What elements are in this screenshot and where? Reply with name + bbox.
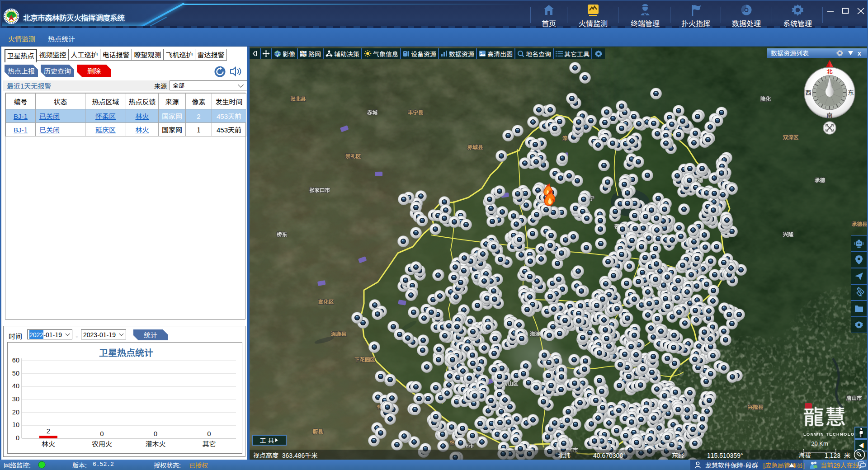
svg-text:0: 0 — [207, 428, 211, 438]
svg-text:下花园区: 下花园区 — [354, 356, 375, 363]
svg-text:宣化区: 宣化区 — [318, 298, 334, 305]
svg-text:0: 0 — [154, 428, 157, 438]
svg-text:南: 南 — [826, 110, 833, 119]
svg-text:卫星热点统计: 卫星热点统计 — [99, 346, 153, 359]
svg-text:0: 0 — [16, 432, 19, 442]
svg-text:50: 50 — [12, 368, 19, 377]
svg-text:北: 北 — [826, 67, 832, 75]
svg-text:崇礼区: 崇礼区 — [345, 152, 361, 160]
svg-text:兴隆县: 兴隆县 — [748, 403, 764, 410]
svg-text:桥东: 桥东 — [277, 230, 287, 238]
svg-text:30: 30 — [12, 394, 19, 403]
svg-text:西: 西 — [805, 88, 811, 97]
svg-text:赤城县: 赤城县 — [467, 143, 483, 150]
svg-text:10: 10 — [12, 419, 19, 429]
svg-text:双滦区: 双滦区 — [783, 133, 799, 141]
svg-text:东: 东 — [848, 88, 854, 97]
svg-text:涿鹿县: 涿鹿县 — [331, 330, 347, 337]
svg-text:60: 60 — [12, 355, 19, 364]
svg-text:承德县: 承德县 — [852, 220, 868, 227]
svg-text:赤城: 赤城 — [367, 108, 377, 116]
svg-text:隆化: 隆化 — [760, 95, 771, 102]
svg-text:40: 40 — [12, 381, 19, 390]
svg-text:林火: 林火 — [42, 439, 55, 448]
svg-text:张北县: 张北县 — [290, 95, 306, 102]
svg-text:承德: 承德 — [815, 176, 825, 183]
svg-text:张家口市: 张家口市 — [309, 186, 330, 193]
svg-text:20: 20 — [12, 407, 19, 416]
svg-text:0: 0 — [100, 428, 104, 438]
svg-text:蔚县: 蔚县 — [313, 428, 323, 435]
svg-text:丰宁县: 丰宁县 — [408, 108, 424, 116]
svg-text:其它: 其它 — [202, 439, 216, 448]
svg-text:灌木火: 灌木火 — [145, 439, 165, 448]
svg-text:农用火: 农用火 — [92, 439, 112, 448]
svg-text:兴隆: 兴隆 — [783, 230, 793, 238]
svg-text:2: 2 — [47, 426, 50, 435]
